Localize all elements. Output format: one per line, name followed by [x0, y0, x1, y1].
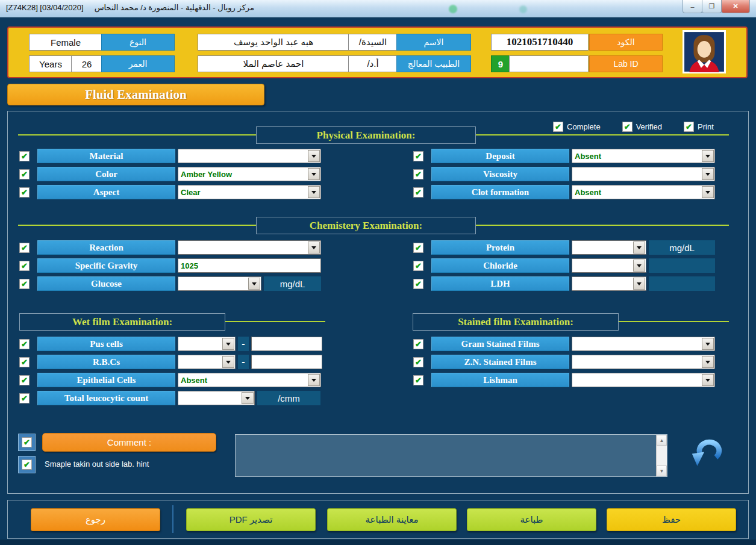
dropdown[interactable] — [572, 258, 646, 273]
dropdown-arrow-icon[interactable] — [702, 186, 714, 198]
field-checkbox[interactable]: ✔ — [413, 279, 423, 289]
dropdown[interactable] — [178, 355, 236, 369]
field-row-reaction: ✔Reaction — [19, 240, 321, 255]
field-checkbox[interactable]: ✔ — [19, 339, 30, 349]
hint-checkbox[interactable]: ✔ — [18, 456, 36, 473]
gender-field[interactable]: Female — [29, 34, 102, 51]
fluid-examination-tab[interactable]: Fluid Examination — [7, 84, 264, 105]
wetfilm-section-title: Wet film Examination: — [19, 313, 225, 331]
field-checkbox[interactable]: ✔ — [19, 393, 30, 403]
field-checkbox[interactable]: ✔ — [19, 261, 30, 271]
doctor-title-field[interactable]: أ.د/ — [348, 55, 398, 72]
flag-checkbox[interactable]: ✔ — [684, 122, 694, 132]
dropdown[interactable] — [572, 167, 715, 181]
dropdown-arrow-icon[interactable] — [702, 374, 714, 386]
text-input[interactable]: 1025 — [178, 258, 321, 273]
back-button[interactable]: رجوع — [31, 508, 160, 531]
field-checkbox[interactable]: ✔ — [413, 169, 423, 179]
field-checkbox[interactable]: ✔ — [19, 357, 30, 367]
dropdown-arrow-icon[interactable] — [222, 356, 234, 368]
flag-checkbox[interactable]: ✔ — [553, 122, 563, 132]
patient-title-field[interactable]: السيدة/ — [348, 34, 398, 51]
dropdown[interactable]: Absent — [572, 149, 715, 163]
flag-label: Complete — [567, 122, 601, 131]
text-input[interactable] — [251, 355, 322, 369]
dropdown-arrow-icon[interactable] — [222, 338, 234, 350]
comment-button[interactable]: Comment : — [42, 433, 216, 452]
dropdown-arrow-icon[interactable] — [702, 356, 714, 368]
close-button[interactable]: ✕ — [721, 0, 750, 13]
comment-scrollbar[interactable]: ▲ ▼ — [656, 435, 667, 476]
dropdown-arrow-icon[interactable] — [702, 338, 714, 350]
dropdown[interactable] — [178, 337, 236, 351]
scroll-down-icon[interactable]: ▼ — [657, 466, 667, 476]
field-row-gram-stained-films: ✔Gram Stained Films — [413, 337, 715, 351]
restore-button[interactable]: ❐ — [702, 0, 722, 13]
dropdown-arrow-icon[interactable] — [702, 168, 714, 180]
field-checkbox[interactable]: ✔ — [413, 357, 423, 367]
export-pdf-button[interactable]: تصدير PDF — [186, 508, 316, 531]
dropdown[interactable]: Amber Yellow — [178, 167, 321, 181]
save-button[interactable]: حفظ — [607, 508, 736, 531]
dropdown[interactable]: Absent — [572, 185, 715, 199]
field-checkbox[interactable]: ✔ — [19, 151, 30, 161]
field-label: Lishman — [431, 373, 569, 387]
comment-textarea[interactable]: ▲ ▼ — [235, 434, 667, 477]
dropdown-arrow-icon[interactable] — [308, 150, 320, 162]
dropdown-arrow-icon[interactable] — [702, 150, 714, 162]
dropdown[interactable] — [178, 276, 261, 291]
patient-code-field[interactable]: 1021051710440 — [491, 34, 589, 51]
dropdown[interactable] — [572, 355, 715, 369]
patient-name-field[interactable]: هبه عبد الواحد يوسف — [198, 34, 349, 51]
dropdown-arrow-icon[interactable] — [633, 278, 645, 290]
undo-arrow-icon[interactable] — [689, 437, 723, 470]
field-checkbox[interactable]: ✔ — [413, 151, 423, 161]
field-checkbox[interactable]: ✔ — [413, 243, 423, 253]
scroll-up-icon[interactable]: ▲ — [657, 435, 667, 446]
dropdown[interactable] — [178, 149, 321, 163]
doctor-name-field[interactable]: احمد عاصم الملا — [198, 55, 349, 72]
gender-label: النوع — [101, 34, 175, 51]
minimize-button[interactable]: – — [683, 0, 702, 13]
window-controls: – ❐ ✕ — [683, 0, 750, 13]
dropdown[interactable] — [178, 240, 321, 255]
field-checkbox[interactable]: ✔ — [19, 187, 30, 198]
dropdown[interactable] — [572, 337, 715, 351]
text-input[interactable] — [251, 337, 322, 351]
dropdown[interactable]: Clear — [178, 185, 321, 199]
dropdown-value: Clear — [178, 188, 307, 197]
comment-checkbox[interactable]: ✔ — [18, 434, 36, 451]
field-checkbox[interactable]: ✔ — [19, 243, 30, 253]
field-checkbox[interactable]: ✔ — [413, 187, 423, 198]
dropdown-arrow-icon[interactable] — [308, 186, 320, 198]
dropdown-arrow-icon[interactable] — [633, 260, 645, 272]
dropdown[interactable] — [572, 276, 646, 291]
field-checkbox[interactable]: ✔ — [19, 169, 30, 179]
dropdown-arrow-icon[interactable] — [308, 168, 320, 180]
dropdown-arrow-icon[interactable] — [308, 241, 320, 254]
print-preview-button[interactable]: معاينة الطباعة — [327, 508, 457, 531]
field-checkbox[interactable]: ✔ — [19, 375, 30, 385]
unit-label: /cmm — [257, 391, 320, 405]
dropdown-arrow-icon[interactable] — [633, 241, 645, 254]
dropdown[interactable] — [178, 391, 255, 405]
dropdown[interactable]: Absent — [178, 373, 321, 387]
dropdown-arrow-icon[interactable] — [308, 374, 320, 386]
flag-checkbox[interactable]: ✔ — [622, 122, 633, 132]
field-checkbox[interactable]: ✔ — [19, 279, 30, 289]
field-checkbox[interactable]: ✔ — [413, 339, 423, 349]
print-button[interactable]: طباعة — [467, 508, 596, 531]
field-checkbox[interactable]: ✔ — [413, 261, 423, 271]
age-field[interactable]: 26 — [71, 55, 102, 72]
dropdown-arrow-icon[interactable] — [242, 392, 254, 404]
dropdown-arrow-icon[interactable] — [248, 278, 260, 290]
field-checkbox[interactable]: ✔ — [413, 375, 423, 385]
field-row-material: ✔Material — [19, 149, 321, 163]
field-row-protein: ✔Proteinmg/dL — [413, 240, 715, 255]
dropdown[interactable] — [572, 240, 646, 255]
dropdown[interactable] — [572, 373, 715, 387]
labid-field[interactable] — [509, 55, 589, 72]
age-unit-field[interactable]: Years — [29, 55, 72, 72]
field-row-ldh: ✔LDH — [413, 276, 715, 291]
stainedfilm-column: ✔Gram Stained Films✔Z.N. Stained Films✔L… — [413, 337, 715, 387]
